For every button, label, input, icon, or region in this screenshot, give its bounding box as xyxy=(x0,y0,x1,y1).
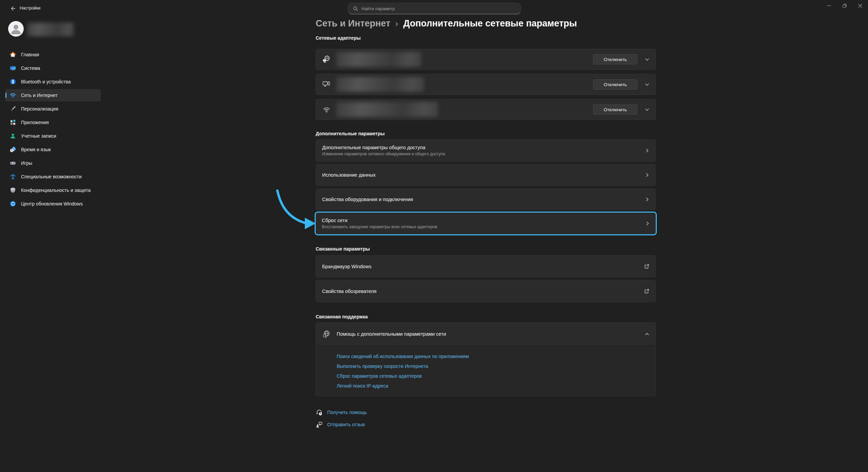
shield-icon xyxy=(9,187,16,194)
sidebar-item-label: Система xyxy=(21,65,40,71)
section-label-related: Связанные параметры xyxy=(316,246,370,252)
bluetooth-icon xyxy=(9,78,16,85)
sidebar-item-bluetooth[interactable]: Bluetooth и устройства xyxy=(5,76,101,88)
brush-icon xyxy=(9,105,16,112)
firewall-card[interactable]: Брандмауэр Windows xyxy=(316,255,656,277)
search-box[interactable] xyxy=(348,3,521,14)
chevron-up-icon xyxy=(645,332,649,336)
sidebar-item-gaming[interactable]: Игры xyxy=(5,157,101,169)
sidebar-nav: Главная Система Bluetooth и устройства С… xyxy=(5,48,101,211)
chevron-down-icon[interactable] xyxy=(645,57,649,62)
search-input[interactable] xyxy=(361,6,517,11)
sidebar-item-home[interactable]: Главная xyxy=(5,48,101,61)
sidebar-item-label: Центр обновления Windows xyxy=(21,201,83,206)
globe-help-icon xyxy=(322,330,331,338)
chevron-right-icon xyxy=(645,173,649,177)
redacted-adapter-name xyxy=(336,52,421,67)
gamepad-icon xyxy=(9,160,16,166)
sidebar-item-label: Приложения xyxy=(21,120,49,125)
feedback-icon xyxy=(316,421,323,428)
card-title: Использование данных xyxy=(322,172,376,178)
close-button[interactable] xyxy=(852,0,868,12)
chevron-down-icon[interactable] xyxy=(645,82,649,87)
support-link-adapter-reset[interactable]: Сброс параметров сетевых адаптеров xyxy=(337,371,649,381)
windows-update-icon xyxy=(9,200,16,207)
support-header-label: Помощь с дополнительными параметрами сет… xyxy=(337,331,446,337)
card-title: Сброс сети xyxy=(322,218,437,223)
sidebar-item-label: Игры xyxy=(21,160,32,166)
support-expander-header[interactable]: Помощь с дополнительными параметрами сет… xyxy=(316,323,655,345)
close-icon xyxy=(858,4,862,8)
support-link-speed-test[interactable]: Выполнить проверку скорости Интернета xyxy=(337,361,649,371)
card-subtitle: Восстановить заводские параметры всех се… xyxy=(322,224,437,229)
adapter-card-3[interactable]: Отключить xyxy=(316,99,656,120)
breadcrumb-parent[interactable]: Сеть и Интернет xyxy=(316,18,390,29)
card-title: Брандмауэр Windows xyxy=(322,264,371,269)
section-label-support: Связанная поддержка xyxy=(316,314,368,319)
hardware-properties-card[interactable]: Свойства оборудования и подключения xyxy=(316,189,656,210)
avatar[interactable] xyxy=(8,21,24,37)
back-button[interactable] xyxy=(8,4,18,13)
sidebar-item-accessibility[interactable]: Специальные возможности xyxy=(5,171,101,183)
sidebar-item-network[interactable]: Сеть и Интернет xyxy=(5,89,101,101)
app-title: Настройки xyxy=(20,6,40,11)
restore-button[interactable] xyxy=(837,0,852,12)
card-title: Свойства обозревателя xyxy=(322,289,376,294)
wifi-adapter-icon xyxy=(322,105,331,114)
person-icon xyxy=(8,21,24,37)
redacted-adapter-name xyxy=(336,102,438,117)
support-link-find-ip[interactable]: Легкий поиск IP-адреса xyxy=(337,381,649,391)
data-usage-card[interactable]: Использование данных xyxy=(316,164,656,186)
sidebar-item-apps[interactable]: Приложения xyxy=(5,116,101,129)
sidebar-item-label: Специальные возможности xyxy=(21,174,82,179)
time-language-icon xyxy=(9,146,16,153)
sidebar-item-label: Время и язык xyxy=(21,147,51,152)
sidebar-item-personalization[interactable]: Персонализация xyxy=(5,103,101,115)
apps-icon xyxy=(9,119,16,126)
sidebar-item-label: Конфиденциальность и защита xyxy=(21,188,91,193)
adapter-card-1[interactable]: Отключить xyxy=(316,49,656,70)
disable-adapter-button[interactable]: Отключить xyxy=(593,54,637,64)
internet-options-card[interactable]: Свойства обозревателя xyxy=(316,280,656,302)
back-arrow-icon xyxy=(10,5,16,12)
support-expander: Помощь с дополнительными параметрами сет… xyxy=(316,322,656,396)
chevron-right-icon xyxy=(646,221,650,226)
sharing-settings-card[interactable]: Дополнительные параметры общего доступа … xyxy=(316,139,656,162)
section-label-adapters: Сетевые адаптеры xyxy=(316,35,361,41)
accounts-icon xyxy=(9,133,16,139)
sidebar-item-windows-update[interactable]: Центр обновления Windows xyxy=(5,198,101,210)
sidebar-item-privacy[interactable]: Конфиденциальность и защита xyxy=(5,184,101,196)
support-link-data-usage[interactable]: Поиск сведений об использовании данных п… xyxy=(337,352,649,361)
card-title: Свойства оборудования и подключения xyxy=(322,197,413,202)
network-reset-card[interactable]: Сброс сети Восстановить заводские параме… xyxy=(315,212,657,235)
minimize-button[interactable] xyxy=(821,0,837,12)
get-help-row[interactable]: ? Получить помощь xyxy=(316,407,367,418)
support-links: Поиск сведений об использовании данных п… xyxy=(316,345,655,396)
sidebar-item-system[interactable]: Система xyxy=(5,62,101,74)
sidebar-item-accounts[interactable]: Учетные записи xyxy=(5,130,101,142)
send-feedback-link[interactable]: Отправить отзыв xyxy=(327,422,365,427)
disable-adapter-button[interactable]: Отключить xyxy=(593,79,637,90)
redacted-adapter-name xyxy=(336,77,424,92)
svg-text:?: ? xyxy=(320,412,321,415)
sidebar-item-label: Сеть и Интернет xyxy=(21,93,58,98)
accessibility-icon xyxy=(9,173,16,180)
chevron-down-icon[interactable] xyxy=(645,107,649,112)
globe-adapter-icon xyxy=(322,55,331,64)
home-icon xyxy=(9,51,16,58)
sidebar-item-label: Bluetooth и устройства xyxy=(21,79,71,84)
external-link-icon xyxy=(644,264,649,269)
ethernet-adapter-icon xyxy=(322,80,331,89)
send-feedback-row[interactable]: Отправить отзыв xyxy=(316,419,365,430)
sidebar-item-label: Главная xyxy=(21,52,39,57)
redacted-user-name xyxy=(27,23,74,36)
chevron-right-icon xyxy=(395,21,399,27)
chevron-right-icon xyxy=(645,148,649,153)
adapter-card-2[interactable]: Отключить xyxy=(316,74,656,95)
sidebar-item-time-language[interactable]: Время и язык xyxy=(5,143,101,156)
disable-adapter-button[interactable]: Отключить xyxy=(593,104,637,115)
card-title: Дополнительные параметры общего доступа xyxy=(322,145,445,150)
get-help-link[interactable]: Получить помощь xyxy=(327,410,367,415)
wifi-icon xyxy=(9,92,16,99)
chevron-right-icon xyxy=(645,197,649,202)
